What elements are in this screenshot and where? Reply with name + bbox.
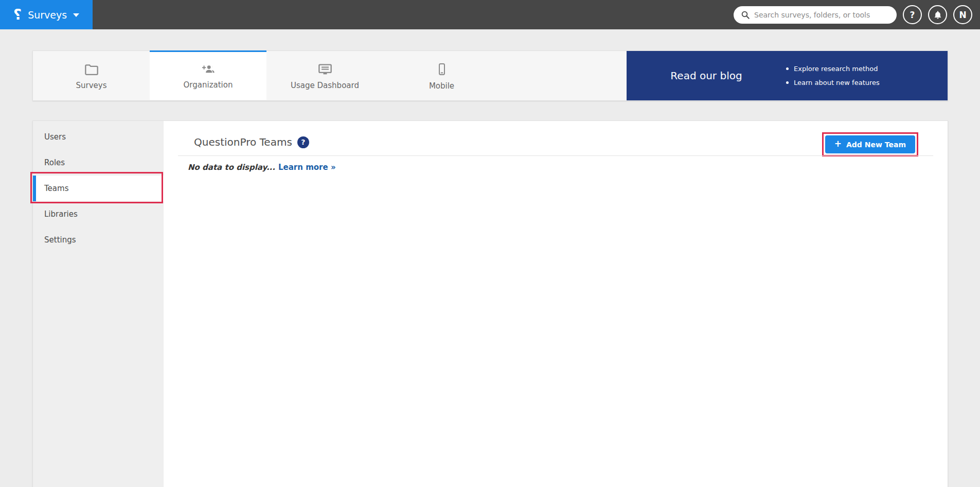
sidebar-item-roles[interactable]: Roles (33, 150, 164, 176)
title-wrap: QuestionPro Teams ? (194, 132, 309, 148)
group-add-icon (201, 63, 216, 75)
tab-label: Usage Dashboard (291, 81, 359, 90)
blog-title-link[interactable]: Read our blog (627, 69, 786, 82)
avatar-initial: N (959, 10, 966, 20)
mobile-icon (436, 63, 448, 76)
question-mark-icon: ? (910, 10, 915, 20)
notifications-button[interactable] (928, 5, 947, 24)
chevron-down-icon (73, 13, 79, 17)
app-switcher-label: Surveys (28, 9, 67, 21)
teams-help-icon[interactable]: ? (297, 136, 309, 148)
add-team-highlight-annotation: + Add New Team (822, 132, 918, 156)
header-divider (178, 155, 933, 156)
questionpro-logo-icon: ? (13, 8, 22, 22)
empty-state-text: No data to display... (188, 163, 275, 172)
content-header: QuestionPro Teams ? + Add New Team (164, 121, 948, 156)
tab-usage-dashboard[interactable]: Usage Dashboard (266, 51, 383, 100)
tab-surveys[interactable]: Surveys (33, 51, 150, 100)
tab-label: Mobile (429, 81, 454, 91)
organization-panel: Users Roles Teams Libraries Settings Que… (32, 120, 948, 487)
folder-icon (84, 63, 99, 76)
organization-sidebar: Users Roles Teams Libraries Settings (33, 121, 164, 487)
empty-state: No data to display... Learn more » (188, 163, 336, 172)
add-new-team-button[interactable]: + Add New Team (825, 135, 915, 153)
sidebar-item-libraries[interactable]: Libraries (33, 201, 164, 227)
blog-promo-panel: Read our blog Explore research method Le… (627, 51, 948, 100)
sidebar-item-settings[interactable]: Settings (33, 227, 164, 253)
search-input[interactable] (754, 11, 889, 19)
tab-label: Organization (184, 80, 233, 90)
page-title: QuestionPro Teams (194, 136, 292, 148)
tab-label: Surveys (76, 81, 107, 90)
search-icon (741, 10, 750, 20)
topbar-controls: ? N (734, 5, 980, 24)
blog-bullet-list: Explore research method Learn about new … (786, 62, 880, 90)
user-avatar[interactable]: N (953, 5, 972, 24)
blog-bullet-item: Learn about new features (786, 76, 880, 90)
dashboard-icon (318, 63, 332, 76)
learn-more-link[interactable]: Learn more » (278, 163, 336, 172)
help-button[interactable]: ? (903, 5, 922, 24)
sidebar-item-users[interactable]: Users (33, 124, 164, 150)
plus-icon: + (834, 140, 842, 148)
search-box[interactable] (734, 6, 897, 24)
tab-mobile[interactable]: Mobile (383, 51, 500, 100)
tab-organization[interactable]: Organization (150, 50, 266, 100)
bell-icon (933, 10, 942, 20)
module-tab-bar: Surveys Organization Usage Dashboard Mob… (32, 50, 948, 101)
app-switcher[interactable]: ? Surveys (0, 0, 93, 29)
top-bar: ? Surveys ? N (0, 0, 980, 29)
sidebar-item-teams[interactable]: Teams (33, 176, 164, 201)
blog-bullet-item: Explore research method (786, 62, 880, 76)
teams-content: QuestionPro Teams ? + Add New Team No da… (164, 121, 948, 487)
